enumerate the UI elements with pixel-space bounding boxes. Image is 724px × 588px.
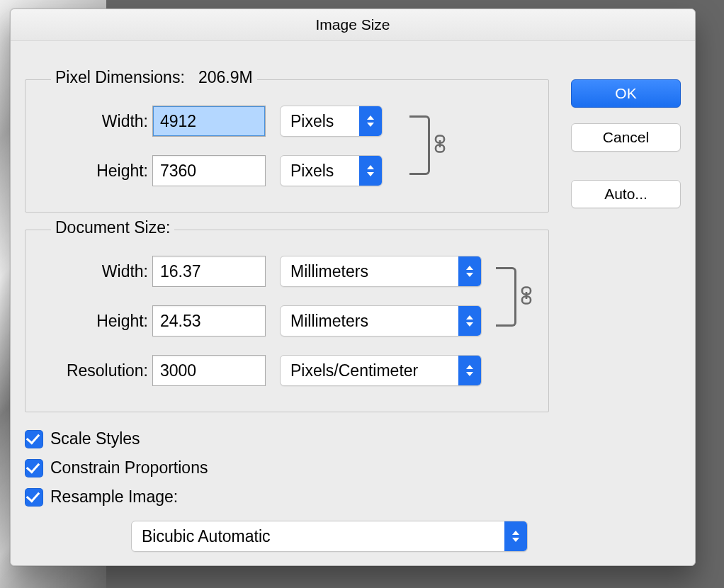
dialog-main-column: Pixel Dimensions: 206.9M Width: Pixels [25, 79, 549, 552]
select-stepper-icon [458, 306, 481, 336]
document-size-legend: Document Size: [51, 218, 174, 237]
pixel-width-unit-select[interactable]: Pixels [280, 106, 383, 137]
auto-button[interactable]: Auto... [571, 180, 681, 208]
scale-styles-row: Scale Styles [25, 429, 549, 448]
pixel-width-input[interactable] [152, 106, 266, 137]
constrain-proportions-label: Constrain Proportions [50, 458, 208, 477]
constrain-link-icon[interactable] [432, 134, 448, 154]
doc-width-unit-select[interactable]: Millimeters [280, 256, 482, 287]
constrain-proportions-row: Constrain Proportions [25, 458, 549, 477]
select-stepper-icon [458, 356, 481, 385]
pixel-width-unit-text: Pixels [281, 112, 359, 131]
doc-height-row: Height: Millimeters [38, 304, 536, 338]
doc-height-unit-select[interactable]: Millimeters [280, 305, 482, 337]
pixel-dimensions-group: Pixel Dimensions: 206.9M Width: Pixels [25, 79, 549, 213]
doc-resolution-unit-select[interactable]: Pixels/Centimeter [280, 355, 482, 386]
resample-method-row: Bicubic Automatic [25, 521, 549, 552]
doc-width-label: Width: [38, 262, 152, 281]
options-checkboxes: Scale Styles Constrain Proportions Resam… [25, 429, 549, 507]
doc-width-row: Width: Millimeters [38, 254, 536, 288]
pixel-height-unit-select[interactable]: Pixels [280, 155, 383, 186]
doc-resolution-unit-text: Pixels/Centimeter [281, 361, 458, 380]
pixel-width-label: Width: [38, 112, 152, 131]
doc-link-bracket [496, 267, 516, 327]
pixel-height-row: Height: Pixels [38, 154, 536, 188]
doc-height-label: Height: [38, 312, 152, 331]
pixel-link-bracket [409, 115, 430, 175]
cancel-button[interactable]: Cancel [571, 123, 681, 152]
image-size-dialog: Image Size OK Cancel Auto... Pixel Dimen… [10, 9, 696, 566]
doc-width-input[interactable] [152, 256, 266, 287]
pixel-height-input[interactable] [152, 155, 266, 186]
doc-resolution-row: Resolution: Pixels/Centimeter [38, 354, 536, 388]
select-stepper-icon [359, 156, 382, 186]
scale-styles-label: Scale Styles [50, 429, 140, 448]
dialog-button-column: OK Cancel Auto... [571, 79, 681, 208]
pixel-height-unit-text: Pixels [281, 162, 359, 181]
pixel-dimensions-memory: 206.9M [198, 68, 253, 86]
pixel-width-row: Width: Pixels [38, 104, 536, 138]
pixel-dimensions-legend-prefix: Pixel Dimensions: [55, 68, 185, 86]
ok-button[interactable]: OK [571, 79, 681, 108]
scale-styles-checkbox[interactable] [25, 430, 43, 448]
pixel-dimensions-legend: Pixel Dimensions: 206.9M [51, 68, 257, 87]
select-stepper-icon [504, 521, 527, 551]
doc-resolution-input[interactable] [152, 355, 266, 386]
doc-width-unit-text: Millimeters [281, 262, 458, 281]
resample-method-select[interactable]: Bicubic Automatic [131, 521, 528, 552]
resample-image-row: Resample Image: [25, 487, 549, 507]
constrain-link-icon[interactable] [519, 285, 534, 305]
dialog-titlebar: Image Size [11, 9, 695, 41]
resample-method-text: Bicubic Automatic [132, 527, 504, 546]
dialog-content: OK Cancel Auto... Pixel Dimensions: 206.… [11, 40, 695, 565]
constrain-proportions-checkbox[interactable] [25, 459, 43, 477]
doc-height-input[interactable] [152, 305, 266, 337]
select-stepper-icon [458, 256, 481, 286]
doc-resolution-label: Resolution: [38, 361, 152, 380]
resample-image-checkbox[interactable] [25, 488, 43, 507]
doc-height-unit-text: Millimeters [281, 312, 458, 331]
pixel-height-label: Height: [38, 162, 152, 181]
select-stepper-icon [359, 106, 382, 136]
document-size-group: Document Size: Width: Millimeters Height… [25, 230, 549, 412]
resample-image-label: Resample Image: [50, 487, 178, 507]
dialog-title: Image Size [315, 16, 390, 33]
